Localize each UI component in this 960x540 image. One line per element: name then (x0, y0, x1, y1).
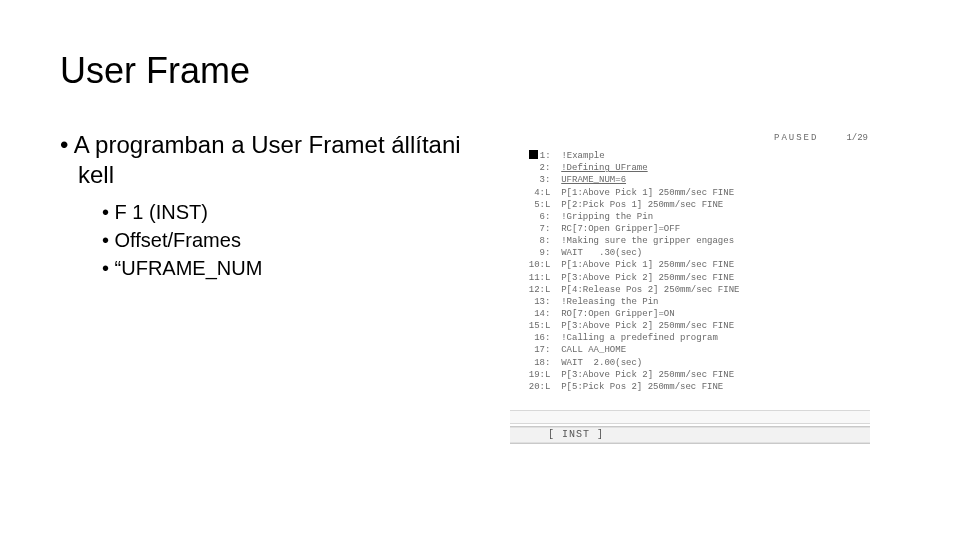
pendant-divider (510, 410, 870, 424)
pendant-footer: [ INST ] (510, 426, 870, 444)
cursor-block-icon (529, 150, 538, 159)
slide: User Frame A programban a User Framet ál… (0, 0, 960, 540)
code-line: 20:L P[5:Pick Pos 2] 250mm/sec FINE (518, 381, 872, 393)
pendant-header: PAUSED 1/29 (500, 130, 880, 150)
pendant-code: 1: !Example 2: !Defining UFrame 3: UFRAM… (500, 150, 880, 393)
bullet-main: A programban a User Framet állítani kell (60, 130, 490, 190)
code-line: 16: !Calling a predefined program (518, 332, 872, 344)
code-line: 3: UFRAME_NUM=6 (518, 174, 872, 186)
code-line: 4:L P[1:Above Pick 1] 250mm/sec FINE (518, 187, 872, 199)
slide-title: User Frame (60, 50, 900, 92)
code-line: 2: !Defining UFrame (518, 162, 872, 174)
pendant-counter: 1/29 (846, 132, 868, 144)
code-line: 17: CALL AA_HOME (518, 344, 872, 356)
code-line: 8: !Making sure the gripper engages (518, 235, 872, 247)
code-line: 13: !Releasing the Pin (518, 296, 872, 308)
code-line: 11:L P[3:Above Pick 2] 250mm/sec FINE (518, 272, 872, 284)
teach-pendant-screenshot: PAUSED 1/29 1: !Example 2: !Defining UFr… (500, 130, 880, 450)
code-line: 10:L P[1:Above Pick 1] 250mm/sec FINE (518, 259, 872, 271)
text-column: A programban a User Framet állítani kell… (60, 130, 500, 282)
code-line: 7: RC[7:Open Gripper]=OFF (518, 223, 872, 235)
sub-bullet: “UFRAME_NUM (102, 254, 490, 282)
code-line: 15:L P[3:Above Pick 2] 250mm/sec FINE (518, 320, 872, 332)
pendant-status: PAUSED (774, 132, 818, 144)
sub-bullet: F 1 (INST) (102, 198, 490, 226)
code-line: 9: WAIT .30(sec) (518, 247, 872, 259)
code-line: 5:L P[2:Pick Pos 1] 250mm/sec FINE (518, 199, 872, 211)
sub-bullet: Offset/Frames (102, 226, 490, 254)
code-line: 1: !Example (518, 150, 872, 162)
content-row: A programban a User Framet állítani kell… (60, 130, 900, 450)
code-line: 6: !Gripping the Pin (518, 211, 872, 223)
code-line: 14: RO[7:Open Gripper]=ON (518, 308, 872, 320)
sub-bullet-list: F 1 (INST) Offset/Frames “UFRAME_NUM (60, 198, 490, 282)
code-line: 12:L P[4:Release Pos 2] 250mm/sec FINE (518, 284, 872, 296)
softkey-inst[interactable]: [ INST ] (548, 428, 604, 442)
code-line: 19:L P[3:Above Pick 2] 250mm/sec FINE (518, 369, 872, 381)
code-line: 18: WAIT 2.00(sec) (518, 357, 872, 369)
